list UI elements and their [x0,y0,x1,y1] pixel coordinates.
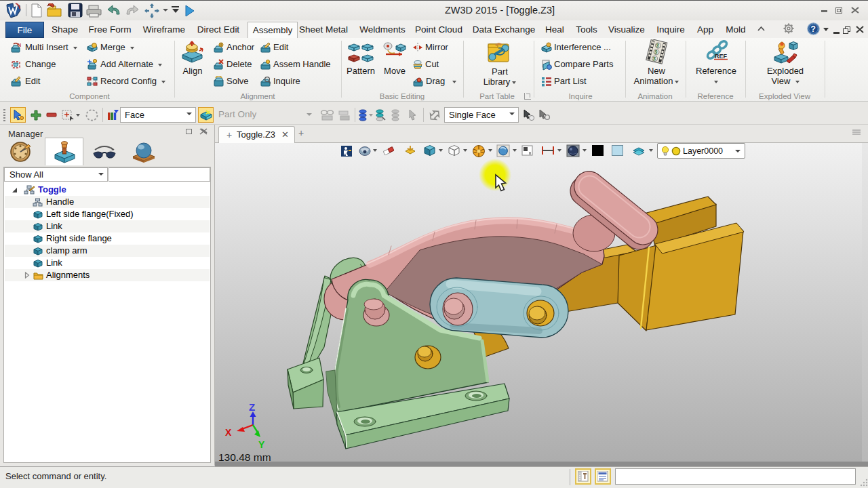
svg-text:Z: Z [249,401,255,413]
svg-text:Y: Y [258,439,265,450]
svg-text:130.48 mm: 130.48 mm [218,451,271,462]
svg-text:X: X [225,427,232,438]
svg-text:N: N [18,43,21,47]
svg-text:REF: REF [715,53,728,60]
svg-text:?: ? [811,24,816,34]
